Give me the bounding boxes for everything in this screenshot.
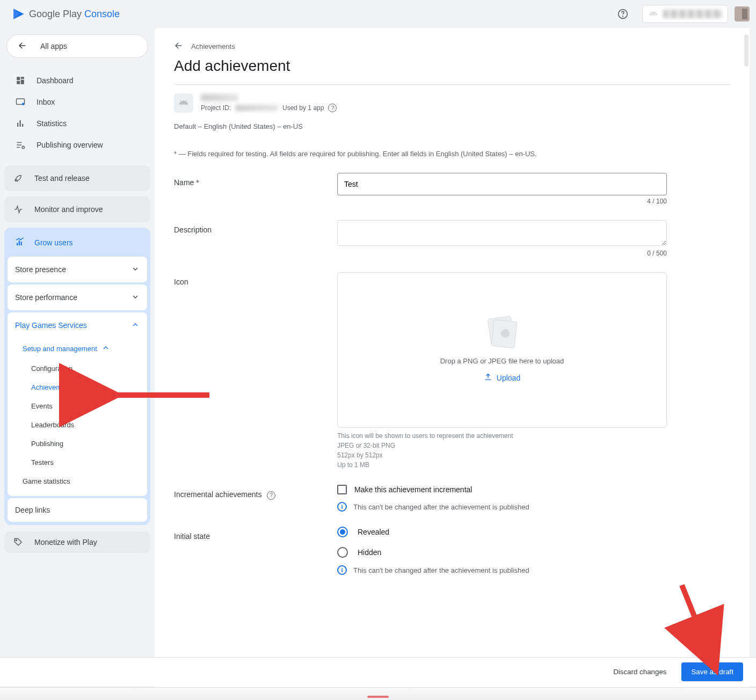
nav-game-statistics[interactable]: Game statistics: [12, 472, 147, 491]
account-avatar[interactable]: [735, 6, 750, 21]
rocket-icon: [13, 173, 24, 184]
state-info: This can't be changed after the achievem…: [353, 566, 529, 574]
arrow-left-icon: [18, 41, 27, 52]
nav-leaderboards[interactable]: Leaderboards: [12, 415, 147, 434]
logo-text: Google Play Console: [29, 9, 120, 20]
publishing-icon: [15, 140, 26, 150]
app-header: Google Play Console: [0, 0, 756, 28]
chevron-up-icon: [131, 320, 140, 331]
radio-revealed[interactable]: Revealed: [337, 527, 667, 537]
name-counter: 4 / 100: [337, 198, 667, 205]
store-performance-expander[interactable]: Store performance: [8, 285, 147, 310]
nav-publishing[interactable]: Publishing: [12, 434, 147, 453]
upload-icon: [484, 373, 492, 383]
radio-icon: [337, 547, 348, 558]
upload-illustration-icon: [486, 317, 518, 349]
icon-label: Icon: [174, 272, 337, 470]
store-presence-expander[interactable]: Store presence: [8, 257, 147, 282]
svg-point-3: [22, 103, 25, 106]
incremental-checkbox[interactable]: [337, 485, 347, 494]
nav-configuration[interactable]: Configuration: [12, 359, 147, 378]
nav-testers[interactable]: Testers: [12, 453, 147, 472]
svg-point-1: [623, 16, 623, 17]
incremental-info: This can't be changed after the achievem…: [353, 503, 529, 511]
os-taskbar: [0, 687, 756, 700]
nav-test-release[interactable]: Test and release: [4, 165, 150, 191]
page-title: Add achievement: [174, 57, 730, 75]
dropzone-text: Drop a PNG or JPEG file here to upload: [440, 357, 564, 365]
nav-primary: Dashboard Inbox Statistics Publishing ov…: [4, 65, 150, 160]
nav-events[interactable]: Events: [12, 397, 147, 415]
required-note: * — Fields required for testing. All fie…: [174, 150, 730, 158]
incremental-checkbox-label: Make this achievement incremental: [354, 485, 472, 494]
sidebar: All apps Dashboard Inbox Statistics Pu: [0, 28, 155, 700]
grow-users-header[interactable]: Grow users: [8, 231, 147, 254]
nav-grow-users: Grow users Store presence Store performa…: [4, 228, 150, 525]
info-icon: i: [337, 502, 347, 512]
dashboard-icon: [15, 75, 26, 86]
incremental-label: Incremental achievements ?: [174, 485, 337, 512]
name-label: Name *: [174, 173, 337, 205]
chevron-up-icon: [101, 344, 110, 354]
svg-point-5: [16, 539, 17, 541]
icon-dropzone[interactable]: Drop a PNG or JPEG file here to upload U…: [337, 272, 667, 428]
all-apps-label: All apps: [40, 42, 67, 50]
app-name-redacted: [663, 10, 722, 18]
description-counter: 0 / 500: [337, 250, 667, 257]
svg-point-4: [22, 146, 25, 149]
description-label: Description: [174, 220, 337, 257]
statistics-icon: [15, 118, 26, 129]
nav-deep-links[interactable]: Deep links: [8, 498, 147, 522]
help-icon[interactable]: ?: [328, 104, 337, 112]
description-input[interactable]: [337, 220, 667, 246]
default-language: Default – English (United States) – en-U…: [174, 122, 730, 130]
chevron-down-icon: [131, 293, 140, 303]
chevron-down-icon: [131, 265, 140, 275]
nav-achievements[interactable]: Achievements: [12, 378, 147, 397]
scrollbar[interactable]: [744, 34, 748, 67]
pgs-sublist: Setup and management Configuration Achie…: [8, 338, 147, 496]
project-id-label: Project ID:: [201, 104, 231, 112]
upload-button[interactable]: Upload: [484, 373, 520, 383]
android-icon: [174, 93, 193, 113]
help-icon[interactable]: ?: [267, 491, 275, 500]
info-icon: i: [337, 565, 347, 575]
setup-management-expander[interactable]: Setup and management: [12, 338, 147, 359]
nav-monetize[interactable]: Monetize with Play: [4, 531, 150, 553]
nav-inbox[interactable]: Inbox: [6, 91, 148, 113]
inbox-icon: [15, 97, 26, 107]
logo[interactable]: Google Play Console: [6, 7, 125, 21]
radio-hidden[interactable]: Hidden: [337, 547, 667, 558]
footer-bar: Discard changes Save as draft: [0, 657, 756, 686]
name-input[interactable]: [337, 173, 667, 195]
play-console-icon: [12, 7, 26, 21]
app-switcher[interactable]: [642, 5, 728, 23]
project-id-redacted: [235, 105, 278, 111]
initial-state-label: Initial state: [174, 527, 337, 575]
app-name-redacted: [201, 94, 238, 101]
nav-statistics[interactable]: Statistics: [6, 113, 148, 134]
used-by-label: Used by 1 app: [282, 104, 324, 112]
arrow-left-icon: [174, 41, 184, 52]
play-games-services-expander[interactable]: Play Games Services: [8, 312, 147, 338]
nav-dashboard[interactable]: Dashboard: [6, 70, 148, 91]
grow-icon: [15, 237, 25, 249]
app-info-row: Project ID: Used by 1 app ?: [174, 93, 730, 113]
pulse-icon: [13, 204, 24, 215]
nav-monitor-improve[interactable]: Monitor and improve: [4, 196, 150, 222]
save-draft-button[interactable]: Save as draft: [681, 662, 743, 681]
tag-icon: [13, 537, 24, 548]
nav-publishing-overview[interactable]: Publishing overview: [6, 134, 148, 156]
breadcrumb-back[interactable]: Achievements: [174, 41, 730, 52]
icon-help: This icon will be shown to users to repr…: [337, 431, 667, 470]
android-icon: [648, 9, 659, 19]
help-icon[interactable]: [616, 8, 629, 20]
discard-button[interactable]: Discard changes: [606, 662, 674, 681]
all-apps-button[interactable]: All apps: [6, 34, 148, 58]
radio-icon: [337, 527, 348, 537]
main-content: Achievements Add achievement Project ID:…: [155, 28, 750, 700]
